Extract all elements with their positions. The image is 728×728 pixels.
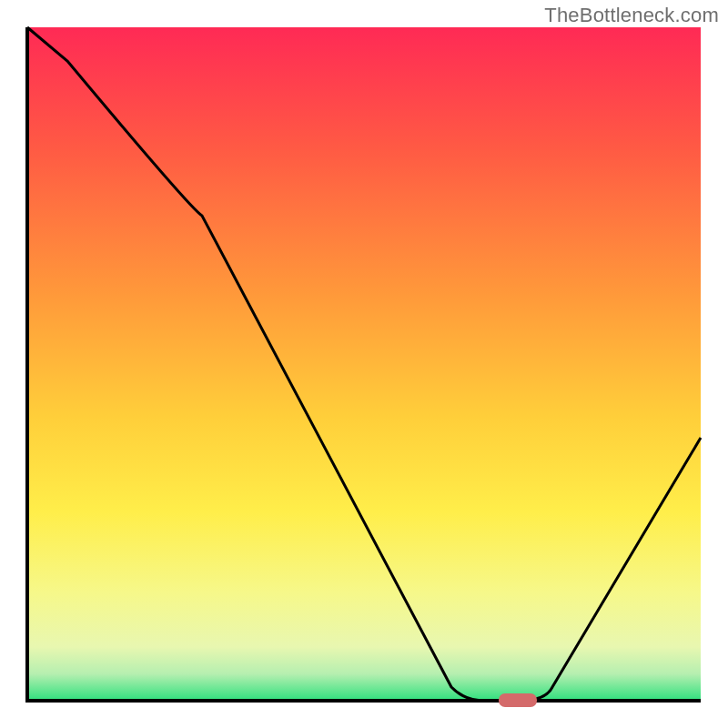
optimal-marker [499, 693, 537, 707]
chart-container: TheBottleneck.com [0, 0, 728, 728]
plot-background [27, 27, 701, 701]
watermark-text: TheBottleneck.com [544, 4, 719, 27]
bottleneck-chart [0, 0, 728, 728]
